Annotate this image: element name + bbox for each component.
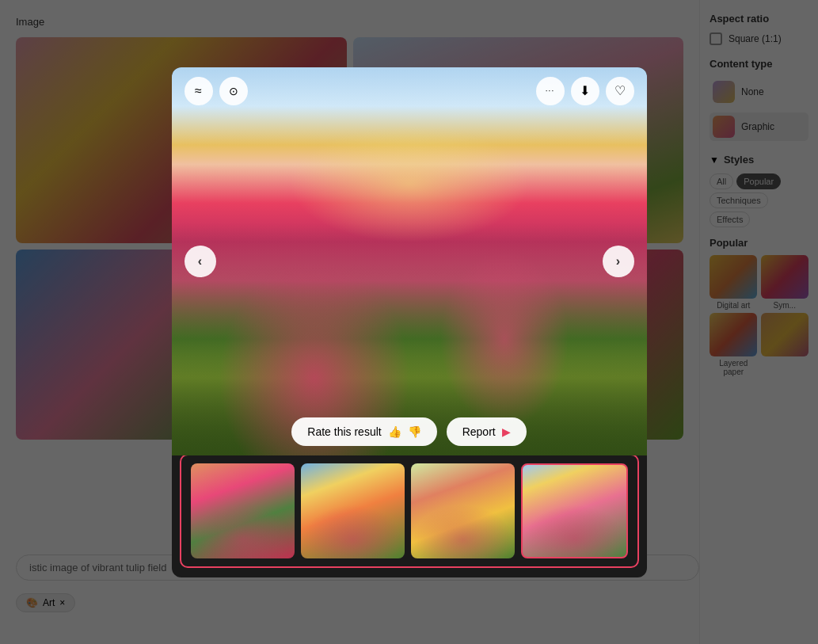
thumbnail-1[interactable] (191, 463, 295, 558)
modal-top-left: ≈ ⊙ (185, 77, 248, 105)
thumbnail-3[interactable] (411, 463, 515, 558)
download-button[interactable]: ⬇ (571, 77, 599, 105)
modal-overlay[interactable]: ≈ ⊙ ··· ⬇ ♡ ‹ › Rate this result 👍 👎 Rep… (0, 0, 818, 644)
loading-button[interactable]: ⊙ (219, 77, 248, 105)
rate-label: Rate this result (307, 425, 381, 438)
thumbnail-strip (180, 454, 639, 568)
heart-button[interactable]: ♡ (606, 77, 634, 105)
thumbnail-2[interactable] (301, 463, 405, 558)
modal: ≈ ⊙ ··· ⬇ ♡ ‹ › Rate this result 👍 👎 Rep… (172, 67, 647, 577)
tilde-button[interactable]: ≈ (185, 77, 213, 105)
rate-button[interactable]: Rate this result 👍 👎 (291, 417, 436, 446)
modal-actions: Rate this result 👍 👎 Report ▶ (172, 408, 647, 449)
nav-prev-button[interactable]: ‹ (185, 246, 216, 277)
modal-main-image: ‹ › (172, 67, 647, 455)
modal-top-bar: ≈ ⊙ ··· ⬇ ♡ (172, 77, 647, 105)
thumbup-icon: 👍 (388, 425, 401, 438)
nav-next-button[interactable]: › (603, 246, 634, 277)
thumbnail-4-selected[interactable] (521, 463, 628, 558)
report-label: Report (462, 425, 496, 438)
modal-top-right: ··· ⬇ ♡ (536, 77, 634, 105)
thumbdown-icon: 👎 (408, 425, 421, 438)
report-button[interactable]: Report ▶ (447, 417, 527, 446)
report-icon: ▶ (502, 425, 511, 438)
more-button[interactable]: ··· (536, 77, 565, 105)
